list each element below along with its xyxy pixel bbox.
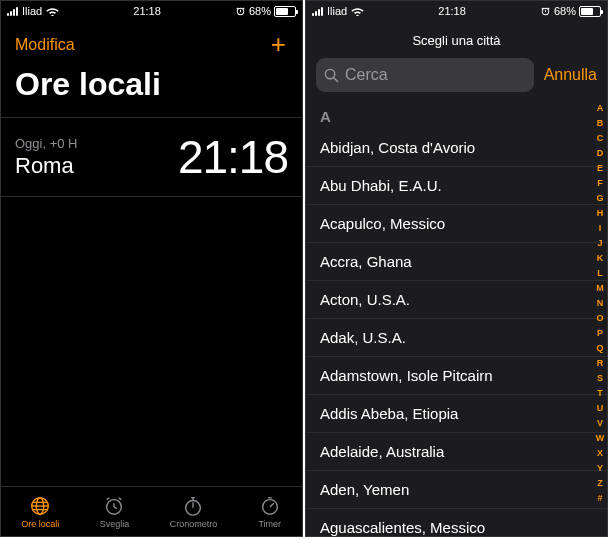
index-letter[interactable]: D [594,146,606,161]
stopwatch-icon [181,495,205,517]
index-letter[interactable]: A [594,101,606,116]
index-letter[interactable]: N [594,296,606,311]
index-letter[interactable]: I [594,221,606,236]
city-row[interactable]: Adak, U.S.A. [306,319,607,357]
tab-label: Timer [258,519,281,529]
tab-timer[interactable]: Timer [258,495,282,529]
svg-line-7 [114,506,117,508]
clock-city: Roma [15,153,78,179]
index-letter[interactable]: Q [594,341,606,356]
add-clock-button[interactable]: + [271,29,288,60]
world-clock-row[interactable]: Oggi, +0 H Roma 21:18 [1,117,302,197]
battery-pct: 68% [249,5,271,17]
wifi-icon [351,6,364,16]
carrier-label: Iliad [327,5,347,17]
index-letter[interactable]: H [594,206,606,221]
index-letter[interactable]: B [594,116,606,131]
search-icon [324,68,339,83]
index-letter[interactable]: P [594,326,606,341]
tab-label: Sveglia [100,519,130,529]
wifi-icon [46,6,59,16]
index-letter[interactable]: X [594,446,606,461]
page-title: Ore locali [1,64,302,117]
index-letter[interactable]: R [594,356,606,371]
section-header: A [306,102,607,129]
status-time: 21:18 [438,5,466,17]
index-letter[interactable]: J [594,236,606,251]
battery-icon [579,6,601,17]
svg-point-14 [262,499,277,514]
tab-stopwatch[interactable]: Cronometro [170,495,218,529]
index-letter[interactable]: G [594,191,606,206]
world-clock-screen: Iliad 21:18 68% Modifica + Ore locali Og… [0,0,303,537]
index-letter[interactable]: U [594,401,606,416]
index-letter[interactable]: # [594,491,606,506]
city-row[interactable]: Abu Dhabi, E.A.U. [306,167,607,205]
index-letter[interactable]: F [594,176,606,191]
svg-line-8 [107,497,110,499]
city-row[interactable]: Acton, U.S.A. [306,281,607,319]
city-row[interactable]: Adamstown, Isole Pitcairn [306,357,607,395]
signal-icon [7,7,18,16]
cancel-button[interactable]: Annulla [544,66,597,84]
status-time: 21:18 [133,5,161,17]
city-row[interactable]: Abidjan, Costa d'Avorio [306,129,607,167]
index-letter[interactable]: T [594,386,606,401]
clock-offset: Oggi, +0 H [15,136,78,151]
city-row[interactable]: Acapulco, Messico [306,205,607,243]
search-input[interactable]: Cerca [316,58,534,92]
index-letter[interactable]: C [594,131,606,146]
tab-label: Ore locali [21,519,59,529]
tab-bar: Ore locali Sveglia Cronometro Timer [1,486,302,536]
svg-line-15 [270,503,274,507]
svg-line-18 [334,77,338,81]
index-letter[interactable]: Z [594,476,606,491]
index-letter[interactable]: Y [594,461,606,476]
svg-line-9 [119,497,122,499]
index-letter[interactable]: M [594,281,606,296]
city-picker-screen: Iliad 21:18 68% Scegli una città Cerca A… [305,0,608,537]
index-letter[interactable]: E [594,161,606,176]
city-list: A Abidjan, Costa d'Avorio Abu Dhabi, E.A… [306,102,607,537]
index-letter[interactable]: O [594,311,606,326]
carrier-label: Iliad [22,5,42,17]
city-row[interactable]: Accra, Ghana [306,243,607,281]
search-placeholder: Cerca [345,66,388,84]
svg-point-17 [325,69,334,78]
clock-time: 21:18 [178,130,288,184]
city-row[interactable]: Addis Abeba, Etiopia [306,395,607,433]
edit-button[interactable]: Modifica [15,36,75,54]
timer-icon [258,495,282,517]
city-row[interactable]: Aden, Yemen [306,471,607,509]
city-row[interactable]: Aguascalientes, Messico [306,509,607,537]
tab-alarm[interactable]: Sveglia [100,495,130,529]
alarm-indicator-icon [235,6,246,17]
tab-label: Cronometro [170,519,218,529]
battery-pct: 68% [554,5,576,17]
index-letter[interactable]: W [594,431,606,446]
city-row[interactable]: Adelaide, Australia [306,433,607,471]
alphabet-index[interactable]: ABCDEFGHIJKLMNOPQRSTUVWXYZ# [594,101,606,506]
alarm-indicator-icon [540,6,551,17]
status-bar: Iliad 21:18 68% [306,1,607,21]
sheet-title: Scegli una città [306,21,607,58]
tab-world-clock[interactable]: Ore locali [21,495,59,529]
index-letter[interactable]: V [594,416,606,431]
index-letter[interactable]: S [594,371,606,386]
status-bar: Iliad 21:18 68% [1,1,302,21]
index-letter[interactable]: L [594,266,606,281]
signal-icon [312,7,323,16]
alarm-icon [102,495,126,517]
battery-icon [274,6,296,17]
index-letter[interactable]: K [594,251,606,266]
globe-icon [28,495,52,517]
